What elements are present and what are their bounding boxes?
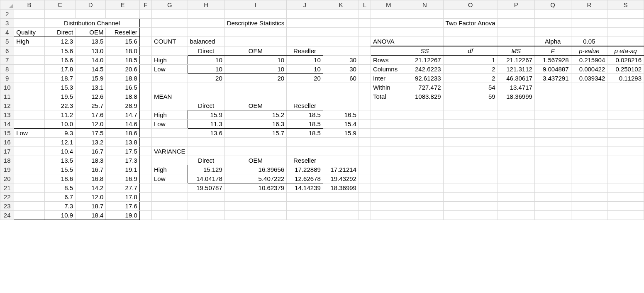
- cell-M14[interactable]: [371, 120, 406, 129]
- cell-I6[interactable]: OEM: [224, 46, 286, 56]
- cell-S14[interactable]: [607, 120, 644, 129]
- cell-C7[interactable]: 16.6: [44, 56, 76, 65]
- cell-E24[interactable]: 19.0: [106, 211, 139, 220]
- cell-D24[interactable]: 18.4: [76, 211, 106, 220]
- cell-N19[interactable]: [406, 165, 443, 174]
- cell-S23[interactable]: [607, 202, 644, 211]
- cell-D14[interactable]: 12.0: [76, 120, 106, 129]
- cell-I19[interactable]: 16.39656: [224, 165, 286, 174]
- cell-K10[interactable]: [323, 83, 359, 92]
- row-header-23[interactable]: 23: [0, 202, 14, 211]
- cell-B5[interactable]: High: [14, 37, 44, 46]
- cell-H24[interactable]: [188, 211, 224, 220]
- cell-D19[interactable]: 16.7: [76, 165, 106, 174]
- cell-S17[interactable]: [607, 147, 644, 156]
- cell-M12[interactable]: [371, 101, 406, 110]
- row-header-22[interactable]: 22: [0, 193, 14, 202]
- cell-F21[interactable]: [139, 183, 151, 193]
- cell-E21[interactable]: 27.7: [106, 183, 139, 193]
- cell-O17[interactable]: [443, 147, 498, 156]
- cell-Q3[interactable]: [534, 19, 571, 28]
- cell-C19[interactable]: 15.5: [44, 165, 76, 174]
- cell-Q2[interactable]: [534, 10, 571, 19]
- row-header-14[interactable]: 14: [0, 120, 14, 129]
- cell-C20[interactable]: 18.6: [44, 174, 76, 183]
- cell-R3[interactable]: [571, 19, 607, 28]
- cell-L20[interactable]: [359, 174, 371, 183]
- cell-Q17[interactable]: [534, 147, 571, 156]
- cell-S10[interactable]: [607, 83, 644, 92]
- cell-B14[interactable]: [14, 120, 44, 129]
- col-header-C[interactable]: C: [44, 0, 76, 10]
- cell-Q24[interactable]: [534, 211, 571, 220]
- cell-R7[interactable]: 0.215904: [571, 56, 607, 65]
- cell-H20[interactable]: 14.04178: [188, 174, 224, 183]
- col-header-Q[interactable]: Q: [534, 0, 571, 10]
- cell-M9[interactable]: Inter: [371, 74, 406, 83]
- cell-D10[interactable]: 13.1: [76, 83, 106, 92]
- cell-S2[interactable]: [607, 10, 644, 19]
- cell-M22[interactable]: [371, 193, 406, 202]
- cell-R11[interactable]: [571, 92, 607, 101]
- cell-G9[interactable]: [151, 74, 188, 83]
- cell-O4[interactable]: [443, 28, 498, 37]
- cell-J7[interactable]: 10: [287, 56, 323, 65]
- cell-H13[interactable]: 15.9: [188, 110, 224, 120]
- cell-O12[interactable]: [443, 101, 498, 110]
- cell-S6[interactable]: p eta-sq: [607, 46, 644, 56]
- row-header-11[interactable]: 11: [0, 92, 14, 101]
- cell-M16[interactable]: [371, 138, 406, 147]
- cell-O24[interactable]: [443, 211, 498, 220]
- cell-K4[interactable]: [323, 28, 359, 37]
- cell-E11[interactable]: 18.8: [106, 92, 139, 101]
- cell-J22[interactable]: [287, 193, 323, 202]
- cell-J20[interactable]: 12.62678: [287, 174, 323, 183]
- cell-N2[interactable]: [406, 10, 443, 19]
- row-header-6[interactable]: 6: [0, 46, 14, 56]
- cell-Q12[interactable]: [534, 101, 571, 110]
- cell-K23[interactable]: [323, 202, 359, 211]
- col-header-G[interactable]: G: [151, 0, 188, 10]
- cell-N17[interactable]: [406, 147, 443, 156]
- cell-J17[interactable]: [287, 147, 323, 156]
- cell-S18[interactable]: [607, 156, 644, 165]
- cell-G2[interactable]: [151, 10, 188, 19]
- cell-O14[interactable]: [443, 120, 498, 129]
- cell-N24[interactable]: [406, 211, 443, 220]
- cell-I16[interactable]: [224, 138, 286, 147]
- cell-E14[interactable]: 14.6: [106, 120, 139, 129]
- cell-R6[interactable]: p-value: [571, 46, 607, 56]
- cell-D5[interactable]: 13.5: [76, 37, 106, 46]
- row-header-18[interactable]: 18: [0, 156, 14, 165]
- col-header-O[interactable]: O: [443, 0, 498, 10]
- cell-K6[interactable]: [323, 46, 359, 56]
- cell-B10[interactable]: [14, 83, 44, 92]
- cell-B22[interactable]: [14, 193, 44, 202]
- cell-J12[interactable]: Reseller: [287, 101, 323, 110]
- cell-I13[interactable]: 15.2: [224, 110, 286, 120]
- cell-M7[interactable]: Rows: [371, 56, 406, 65]
- cell-N12[interactable]: [406, 101, 443, 110]
- cell-E17[interactable]: 17.5: [106, 147, 139, 156]
- row-header-3[interactable]: 3: [0, 19, 14, 28]
- cell-B11[interactable]: [14, 92, 44, 101]
- cell-M17[interactable]: [371, 147, 406, 156]
- cell-B3[interactable]: [14, 19, 44, 28]
- row-header-21[interactable]: 21: [0, 183, 14, 193]
- cell-O16[interactable]: [443, 138, 498, 147]
- cell-P2[interactable]: [498, 10, 534, 19]
- cell-F16[interactable]: [139, 138, 151, 147]
- cell-O13[interactable]: [443, 110, 498, 120]
- cell-I7[interactable]: 10: [224, 56, 286, 65]
- cell-C5[interactable]: 12.3: [44, 37, 76, 46]
- cell-S3[interactable]: [607, 19, 644, 28]
- col-header-R[interactable]: R: [571, 0, 607, 10]
- cell-K5[interactable]: [323, 37, 359, 46]
- cell-E22[interactable]: 17.8: [106, 193, 139, 202]
- cell-B8[interactable]: [14, 65, 44, 74]
- cell-D2[interactable]: [76, 10, 106, 19]
- cell-C10[interactable]: 15.3: [44, 83, 76, 92]
- cell-I14[interactable]: 16.3: [224, 120, 286, 129]
- row-header-8[interactable]: 8: [0, 65, 14, 74]
- cell-R23[interactable]: [571, 202, 607, 211]
